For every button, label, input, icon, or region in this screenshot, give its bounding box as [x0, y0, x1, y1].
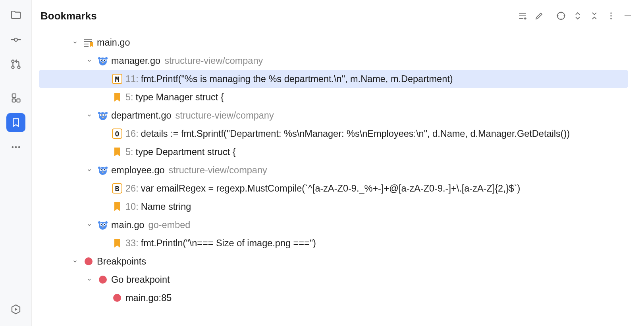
mnemonic-bookmark-icon: O	[112, 128, 122, 139]
tree-item-label: type Department struct {	[136, 147, 236, 157]
chevron-down-icon[interactable]	[72, 40, 82, 45]
breakpoint-icon	[85, 257, 93, 265]
svg-point-60	[104, 224, 105, 225]
more-horizontal-icon	[10, 142, 21, 153]
tree-row[interactable]: O16:details := fmt.Sprintf("Department: …	[39, 125, 628, 143]
chevron-down-icon[interactable]	[87, 167, 96, 173]
select-opened-file-button[interactable]	[553, 8, 569, 24]
tree-item-hint: go-embed	[148, 220, 191, 230]
svg-point-22	[610, 12, 612, 14]
tree-item-hint: structure-view/company	[175, 110, 274, 121]
svg-point-24	[610, 18, 612, 19]
commit-icon	[10, 34, 22, 46]
panel-title: Bookmarks	[40, 10, 97, 22]
structure-tool-button[interactable]	[6, 88, 25, 107]
svg-point-55	[98, 221, 100, 224]
tree-item-label: main.go:85	[125, 293, 172, 303]
line-number: 5:	[125, 147, 133, 157]
tree-row[interactable]: manager.gostructure-view/company	[39, 52, 628, 70]
tree-row[interactable]: main.go:85	[39, 289, 628, 307]
tree-row[interactable]: main.gogo-embed	[39, 216, 628, 234]
svg-point-39	[98, 112, 100, 114]
go-file-icon	[98, 110, 108, 121]
tree-item-hint: structure-view/company	[164, 56, 263, 66]
svg-point-23	[610, 15, 612, 17]
tree-item-label: var emailRegex = regexp.MustCompile(`^[a…	[141, 183, 521, 194]
svg-point-4	[12, 66, 14, 68]
rail-divider	[7, 81, 25, 81]
tree-item-label: Breakpoints	[97, 256, 146, 267]
svg-point-53	[102, 172, 104, 173]
create-bookmark-list-button[interactable]	[514, 8, 531, 24]
svg-point-10	[15, 146, 17, 148]
tree-item-label: manager.go	[111, 56, 160, 66]
tree-row[interactable]: Go breakpoint	[39, 270, 628, 289]
tree-row[interactable]: 5:type Department struct {	[39, 143, 628, 161]
svg-point-3	[12, 60, 14, 62]
tree-row[interactable]: 10:Name string	[39, 198, 628, 216]
tree-row[interactable]: 33:fmt.Println("\n=== Size of image.png …	[39, 234, 628, 252]
svg-point-51	[101, 169, 102, 171]
chevron-down-icon[interactable]	[87, 113, 96, 118]
breakpoint-icon	[113, 294, 121, 302]
tree-item-hint: structure-view/company	[169, 165, 267, 176]
minimize-icon	[623, 11, 632, 21]
pull-requests-tool-button[interactable]	[6, 55, 25, 74]
tree-item-label: employee.go	[111, 165, 165, 176]
tree-item-label: fmt.Println("\n=== Size of image.png ===…	[141, 238, 316, 249]
line-number: 26:	[125, 183, 139, 194]
svg-point-40	[105, 112, 108, 114]
svg-rect-6	[12, 94, 15, 98]
tree-item-label: main.go	[97, 37, 130, 48]
chevron-down-icon[interactable]	[72, 259, 82, 264]
svg-point-9	[12, 146, 13, 148]
bookmarks-tree[interactable]: main.go manager.gostructure-view/company…	[32, 32, 644, 326]
go-file-icon	[98, 220, 108, 230]
tree-row[interactable]: main.go	[39, 33, 628, 52]
chevron-down-icon[interactable]	[87, 58, 96, 63]
tree-item-label: fmt.Printf("%s is managing the %s depart…	[141, 74, 453, 84]
services-tool-button[interactable]	[6, 300, 25, 319]
line-number: 16:	[125, 128, 139, 139]
svg-point-11	[18, 146, 20, 148]
line-number: 33:	[125, 238, 139, 249]
more-tool-button[interactable]	[6, 138, 25, 157]
tree-row[interactable]: M11:fmt.Printf("%s is managing the %s de…	[39, 70, 628, 88]
svg-point-32	[105, 57, 108, 59]
structure-icon	[10, 92, 21, 104]
tree-row[interactable]: Breakpoints	[39, 252, 628, 270]
chevron-down-icon[interactable]	[87, 222, 96, 228]
pull-requests-icon	[10, 58, 22, 70]
tool-window-rail	[0, 0, 32, 326]
tree-row[interactable]: department.gostructure-view/company	[39, 106, 628, 125]
crosshair-icon	[556, 11, 566, 21]
hide-panel-button[interactable]	[619, 8, 636, 24]
line-number: 5:	[125, 92, 133, 103]
chevrons-vertical-icon	[573, 11, 582, 21]
svg-rect-7	[12, 99, 15, 102]
tree-item-label: department.go	[111, 110, 172, 121]
tree-item-label: Name string	[141, 201, 191, 212]
tree-row[interactable]: 5:type Manager struct {	[39, 88, 628, 106]
commit-tool-button[interactable]	[6, 30, 25, 49]
svg-point-44	[104, 115, 105, 116]
tree-row[interactable]: B26:var emailRegex = regexp.MustCompile(…	[39, 179, 628, 198]
expand-collapse-button[interactable]	[569, 8, 586, 24]
bookmark-icon	[114, 92, 121, 102]
list-add-icon	[517, 11, 528, 21]
chevron-down-icon[interactable]	[87, 277, 96, 282]
bookmarks-tool-button[interactable]	[6, 113, 25, 132]
svg-point-37	[102, 62, 104, 63]
breakpoint-icon	[99, 276, 107, 284]
go-file-icon	[98, 56, 108, 66]
bookmark-icon	[114, 202, 121, 211]
svg-point-5	[17, 66, 20, 68]
bookmarks-panel: Bookmarks main.go	[32, 0, 644, 326]
edit-button[interactable]	[531, 8, 548, 24]
services-icon	[10, 303, 22, 315]
tree-row[interactable]: employee.gostructure-view/company	[39, 161, 628, 179]
svg-point-61	[102, 226, 104, 228]
collapse-all-button[interactable]	[586, 8, 603, 24]
project-tool-button[interactable]	[6, 6, 25, 25]
options-button[interactable]	[603, 8, 619, 24]
